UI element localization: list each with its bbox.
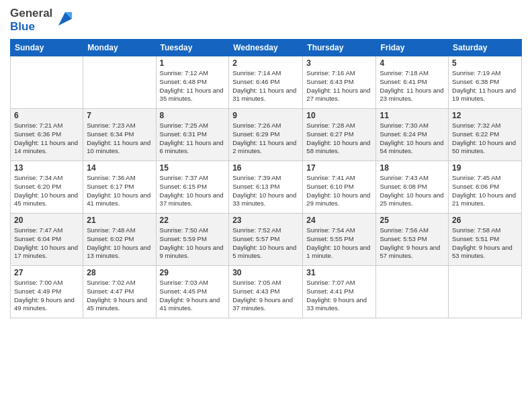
calendar-cell: 18Sunrise: 7:43 AM Sunset: 6:08 PM Dayli… [376, 161, 449, 214]
page: General Blue SundayMondayTuesdayWednesda… [0, 0, 532, 411]
calendar-week-2: 6Sunrise: 7:21 AM Sunset: 6:36 PM Daylig… [11, 109, 522, 161]
calendar-cell: 5Sunrise: 7:19 AM Sunset: 6:38 PM Daylig… [449, 56, 522, 109]
day-number: 31 [306, 268, 372, 277]
day-info: Sunrise: 7:12 AM Sunset: 6:48 PM Dayligh… [160, 69, 226, 103]
day-number: 18 [380, 163, 445, 173]
day-info: Sunrise: 7:43 AM Sunset: 6:08 PM Dayligh… [380, 174, 445, 208]
day-number: 4 [380, 58, 445, 68]
calendar-week-4: 20Sunrise: 7:47 AM Sunset: 6:04 PM Dayli… [11, 214, 522, 266]
col-header-monday: Monday [83, 40, 156, 56]
calendar-cell: 6Sunrise: 7:21 AM Sunset: 6:36 PM Daylig… [11, 109, 83, 161]
day-number: 14 [87, 163, 152, 173]
calendar-week-3: 13Sunrise: 7:34 AM Sunset: 6:20 PM Dayli… [11, 161, 522, 214]
day-info: Sunrise: 7:39 AM Sunset: 6:13 PM Dayligh… [232, 174, 299, 208]
logo-general-text: General [10, 7, 52, 20]
calendar-cell [11, 56, 83, 109]
day-info: Sunrise: 7:48 AM Sunset: 6:02 PM Dayligh… [87, 226, 152, 261]
day-number: 19 [452, 163, 518, 173]
day-info: Sunrise: 7:37 AM Sunset: 6:15 PM Dayligh… [160, 174, 226, 208]
day-number: 30 [232, 268, 299, 277]
calendar-cell: 1Sunrise: 7:12 AM Sunset: 6:48 PM Daylig… [156, 56, 229, 109]
col-header-friday: Friday [376, 40, 449, 56]
day-info: Sunrise: 7:28 AM Sunset: 6:27 PM Dayligh… [306, 122, 372, 156]
calendar-week-1: 1Sunrise: 7:12 AM Sunset: 6:48 PM Daylig… [11, 56, 522, 109]
day-number: 24 [306, 216, 372, 225]
calendar-body: 1Sunrise: 7:12 AM Sunset: 6:48 PM Daylig… [11, 56, 522, 318]
day-info: Sunrise: 7:45 AM Sunset: 6:06 PM Dayligh… [452, 174, 518, 208]
day-info: Sunrise: 7:23 AM Sunset: 6:34 PM Dayligh… [87, 122, 152, 156]
calendar-cell: 7Sunrise: 7:23 AM Sunset: 6:34 PM Daylig… [83, 109, 156, 161]
header: General Blue [10, 7, 522, 34]
calendar-cell: 25Sunrise: 7:56 AM Sunset: 5:53 PM Dayli… [376, 214, 449, 266]
day-info: Sunrise: 7:56 AM Sunset: 5:53 PM Dayligh… [380, 226, 445, 261]
day-number: 11 [380, 111, 445, 120]
day-info: Sunrise: 7:05 AM Sunset: 4:43 PM Dayligh… [232, 279, 299, 313]
calendar-cell: 8Sunrise: 7:25 AM Sunset: 6:31 PM Daylig… [156, 109, 229, 161]
day-number: 5 [452, 58, 518, 68]
day-info: Sunrise: 7:36 AM Sunset: 6:17 PM Dayligh… [87, 174, 152, 208]
day-number: 12 [452, 111, 518, 120]
calendar-cell: 20Sunrise: 7:47 AM Sunset: 6:04 PM Dayli… [11, 214, 83, 266]
day-number: 15 [160, 163, 226, 173]
day-info: Sunrise: 7:25 AM Sunset: 6:31 PM Dayligh… [160, 122, 226, 156]
day-number: 2 [232, 58, 299, 68]
day-info: Sunrise: 7:07 AM Sunset: 4:41 PM Dayligh… [306, 279, 372, 313]
calendar-cell: 27Sunrise: 7:00 AM Sunset: 4:49 PM Dayli… [11, 266, 83, 318]
calendar-cell: 30Sunrise: 7:05 AM Sunset: 4:43 PM Dayli… [229, 266, 303, 318]
calendar-cell: 31Sunrise: 7:07 AM Sunset: 4:41 PM Dayli… [303, 266, 376, 318]
day-number: 10 [306, 111, 372, 120]
calendar-cell: 23Sunrise: 7:52 AM Sunset: 5:57 PM Dayli… [229, 214, 303, 266]
calendar-cell: 29Sunrise: 7:03 AM Sunset: 4:45 PM Dayli… [156, 266, 229, 318]
day-number: 3 [306, 58, 372, 68]
calendar-cell: 21Sunrise: 7:48 AM Sunset: 6:02 PM Dayli… [83, 214, 156, 266]
calendar-cell: 9Sunrise: 7:26 AM Sunset: 6:29 PM Daylig… [229, 109, 303, 161]
logo: General Blue [10, 7, 75, 34]
calendar-cell: 12Sunrise: 7:32 AM Sunset: 6:22 PM Dayli… [449, 109, 522, 161]
day-number: 8 [160, 111, 226, 120]
day-info: Sunrise: 7:00 AM Sunset: 4:49 PM Dayligh… [14, 279, 79, 313]
day-info: Sunrise: 7:34 AM Sunset: 6:20 PM Dayligh… [14, 174, 79, 208]
col-header-sunday: Sunday [11, 40, 83, 56]
day-number: 9 [232, 111, 299, 120]
day-number: 7 [87, 111, 152, 120]
day-number: 20 [14, 216, 79, 225]
calendar-cell: 10Sunrise: 7:28 AM Sunset: 6:27 PM Dayli… [303, 109, 376, 161]
day-number: 29 [160, 268, 226, 277]
logo-icon [55, 9, 75, 29]
calendar-week-5: 27Sunrise: 7:00 AM Sunset: 4:49 PM Dayli… [11, 266, 522, 318]
day-info: Sunrise: 7:26 AM Sunset: 6:29 PM Dayligh… [232, 122, 299, 156]
day-number: 16 [232, 163, 299, 173]
day-info: Sunrise: 7:02 AM Sunset: 4:47 PM Dayligh… [87, 279, 152, 313]
calendar-cell [449, 266, 522, 318]
day-info: Sunrise: 7:03 AM Sunset: 4:45 PM Dayligh… [160, 279, 226, 313]
day-number: 23 [232, 216, 299, 225]
day-info: Sunrise: 7:52 AM Sunset: 5:57 PM Dayligh… [232, 226, 299, 261]
calendar-cell [83, 56, 156, 109]
day-info: Sunrise: 7:32 AM Sunset: 6:22 PM Dayligh… [452, 122, 518, 156]
day-info: Sunrise: 7:21 AM Sunset: 6:36 PM Dayligh… [14, 122, 79, 156]
day-number: 22 [160, 216, 226, 225]
day-info: Sunrise: 7:14 AM Sunset: 6:46 PM Dayligh… [232, 69, 299, 103]
day-info: Sunrise: 7:47 AM Sunset: 6:04 PM Dayligh… [14, 226, 79, 261]
calendar-table: SundayMondayTuesdayWednesdayThursdayFrid… [10, 39, 522, 318]
day-info: Sunrise: 7:16 AM Sunset: 6:43 PM Dayligh… [306, 69, 372, 103]
day-info: Sunrise: 7:58 AM Sunset: 5:51 PM Dayligh… [452, 226, 518, 261]
day-number: 27 [14, 268, 79, 277]
calendar-cell: 13Sunrise: 7:34 AM Sunset: 6:20 PM Dayli… [11, 161, 83, 214]
day-number: 26 [452, 216, 518, 225]
calendar-cell: 15Sunrise: 7:37 AM Sunset: 6:15 PM Dayli… [156, 161, 229, 214]
day-number: 17 [306, 163, 372, 173]
calendar-cell: 2Sunrise: 7:14 AM Sunset: 6:46 PM Daylig… [229, 56, 303, 109]
calendar-cell: 3Sunrise: 7:16 AM Sunset: 6:43 PM Daylig… [303, 56, 376, 109]
calendar-cell: 4Sunrise: 7:18 AM Sunset: 6:41 PM Daylig… [376, 56, 449, 109]
calendar-cell: 11Sunrise: 7:30 AM Sunset: 6:24 PM Dayli… [376, 109, 449, 161]
day-number: 28 [87, 268, 152, 277]
col-header-saturday: Saturday [449, 40, 522, 56]
col-header-wednesday: Wednesday [229, 40, 303, 56]
calendar-cell: 16Sunrise: 7:39 AM Sunset: 6:13 PM Dayli… [229, 161, 303, 214]
day-number: 13 [14, 163, 79, 173]
calendar-cell: 28Sunrise: 7:02 AM Sunset: 4:47 PM Dayli… [83, 266, 156, 318]
day-info: Sunrise: 7:18 AM Sunset: 6:41 PM Dayligh… [380, 69, 445, 103]
day-info: Sunrise: 7:54 AM Sunset: 5:55 PM Dayligh… [306, 226, 372, 261]
day-info: Sunrise: 7:41 AM Sunset: 6:10 PM Dayligh… [306, 174, 372, 208]
